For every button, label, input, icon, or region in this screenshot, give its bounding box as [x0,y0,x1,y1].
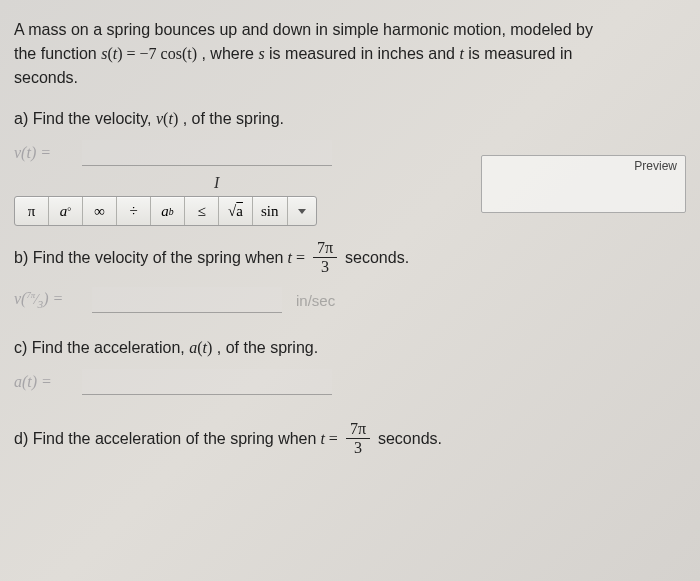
tool-sqrt-button[interactable]: √a [219,197,253,225]
tool-pi-button[interactable]: π [15,197,49,225]
part-b-prompt-a: b) Find the velocity of the spring when [14,249,283,267]
intro-func-rhs: −7 cos(t) [140,45,197,62]
part-a-ghost: v(t) = [14,144,76,162]
part-b-ghost: v(7π⁄3) = [14,290,86,310]
tool-divide-button[interactable]: ÷ [117,197,151,225]
intro-measured: is measured in inches and [269,45,459,62]
intro-line3: seconds. [14,69,78,86]
part-b-frac-num: 7π [313,240,337,258]
part-b-unit: in/sec [288,292,335,309]
part-d-fraction: 7π 3 [346,421,370,456]
part-c-ghost: a(t) = [14,373,76,391]
math-toolbar: π a° ∞ ÷ ab ≤ √a sin [14,196,317,226]
part-b-fraction: 7π 3 [313,240,337,275]
part-c-func: a(t) [189,339,212,356]
part-a: a) Find the velocity, v(t) , of the spri… [14,110,686,128]
part-c-prompt-b: , of the spring. [217,339,318,356]
part-d-prompt-a: d) Find the acceleration of the spring w… [14,430,316,448]
intro-line2a: the function [14,45,101,62]
intro-func-lhs: s(t) = [101,45,139,62]
part-b-eq-lhs: t = [287,249,304,267]
part-b-frac-den: 3 [321,258,329,275]
intro-line2c: is measured in [468,45,572,62]
part-b-input[interactable] [92,287,282,313]
part-b-answer-row: v(7π⁄3) = in/sec [14,287,686,313]
tool-dropdown-button[interactable] [288,209,316,214]
part-a-prompt-a: a) Find the velocity, [14,110,156,127]
part-c-answer-row: a(t) = [14,369,686,395]
intro-line2b: , where [201,45,258,62]
part-b: b) Find the velocity of the spring when … [14,240,686,275]
tool-leq-button[interactable]: ≤ [185,197,219,225]
part-a-func: v(t) [156,110,178,127]
part-c: c) Find the acceleration, a(t) , of the … [14,339,686,357]
intro-var-t: t [459,45,463,62]
part-a-prompt-b: , of the spring. [183,110,284,127]
tool-power-button[interactable]: ab [151,197,185,225]
part-d-eq-lhs: t = [320,430,337,448]
tool-sin-button[interactable]: sin [253,197,288,225]
part-a-input[interactable] [82,140,332,166]
preview-panel: Preview [481,155,686,213]
part-d: d) Find the acceleration of the spring w… [14,421,686,456]
preview-label: Preview [634,159,677,173]
intro-line1: A mass on a spring bounces up and down i… [14,21,593,38]
part-d-frac-den: 3 [354,439,362,456]
tool-degree-button[interactable]: a° [49,197,83,225]
part-d-prompt-b: seconds. [378,430,442,448]
intro-var-s: s [258,45,264,62]
part-c-prompt-a: c) Find the acceleration, [14,339,189,356]
part-c-input[interactable] [82,369,332,395]
tool-infinity-button[interactable]: ∞ [83,197,117,225]
part-b-prompt-b: seconds. [345,249,409,267]
problem-intro: A mass on a spring bounces up and down i… [14,18,686,90]
part-d-frac-num: 7π [346,421,370,439]
